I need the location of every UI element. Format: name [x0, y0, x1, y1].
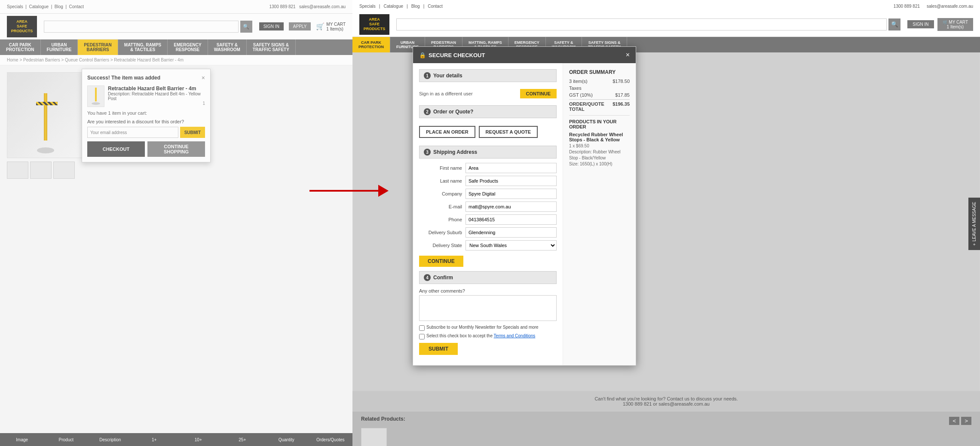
confirm-submit-button[interactable]: SUBMIT	[419, 343, 458, 355]
company-input[interactable]	[466, 189, 557, 199]
sign-in-row: Sign in as a different user CONTINUE	[419, 86, 557, 101]
product-item-name: Recycled Rubber Wheel Stops - Black & Ye…	[569, 132, 630, 142]
left-breadcrumb: Home > Pedestrian Barriers > Queue Contr…	[0, 55, 352, 65]
right-header-right: SIGN IN 🛒 MY CART1 Item(s)	[907, 18, 973, 31]
thumb-2[interactable]	[30, 162, 52, 179]
plus-icon: +	[972, 243, 977, 246]
left-header-right: SIGN IN APPLY 🛒 MY CART 1 Item(s)	[259, 22, 346, 31]
cart-popup-buttons: CHECKOUT CONTINUE SHOPPING	[87, 141, 205, 157]
order-summary-divider	[569, 115, 630, 116]
right-phone: 1300 889 821	[894, 4, 920, 9]
last-name-input[interactable]	[466, 176, 557, 186]
left-search-input[interactable]	[44, 21, 239, 33]
phone-row: Phone	[419, 214, 557, 225]
left-nav-signs[interactable]: SAFETY SIGNS &TRAFFIC SAFETY	[247, 40, 296, 55]
right-search-button[interactable]: 🔍	[888, 18, 900, 31]
right-nav-car-park[interactable]: CAR PARKPROTECTION	[352, 37, 390, 52]
left-nav-pedestrian[interactable]: PEDESTRIANBARRIERS	[78, 40, 118, 55]
thumb-3[interactable]	[53, 162, 75, 179]
table-col-quantity: Quantity	[264, 437, 309, 442]
request-quote-button[interactable]: REQUEST A QUOTE	[479, 126, 538, 138]
left-nav-urban[interactable]: URBANFURNITURE	[41, 40, 78, 55]
left-nav-safety[interactable]: SAFETY &WASHROOM	[208, 40, 247, 55]
right-topbar-contact: 1300 889 821 sales@areasafe.com.au	[894, 4, 973, 9]
left-product-main-image	[7, 72, 84, 158]
left-apply-button[interactable]: APPLY	[289, 22, 311, 31]
related-products-list	[361, 428, 971, 446]
right-signin-button[interactable]: SIGN IN	[907, 20, 934, 28]
related-next-button[interactable]: >	[961, 417, 971, 425]
leave-message-label: LEAVE A MESSAGE	[972, 202, 977, 241]
lock-icon: 🔒	[419, 52, 426, 58]
terms-row: Select this check box to accept the Term…	[419, 333, 557, 339]
related-products-bar: Related Products: < >	[352, 412, 980, 446]
cart-popup-title: Success! The item was added	[87, 75, 160, 81]
left-phone: 1300 889 821	[270, 4, 296, 9]
cart-popup-product: Retractable Hazard Belt Barrier - 4m Des…	[87, 86, 205, 107]
right-search-input[interactable]	[396, 18, 887, 31]
related-prev-button[interactable]: <	[949, 417, 959, 425]
terms-text: Select this check box to accept the Term…	[426, 333, 535, 338]
cant-find-contact: 1300 889 821 or sales@areasafe.com.au	[361, 401, 971, 406]
order-summary-gst-value: $17.85	[615, 92, 630, 98]
order-summary-total-label: ORDER/QUOTE TOTAL	[569, 101, 612, 112]
related-product-1[interactable]	[361, 428, 387, 446]
terms-link[interactable]: Terms and Conditions	[494, 333, 536, 338]
right-cart-button[interactable]: 🛒 MY CART1 Item(s)	[937, 18, 973, 31]
blog-link[interactable]: Blog	[55, 4, 63, 9]
checkout-modal-close-button[interactable]: ×	[626, 51, 630, 59]
left-nav-emergency[interactable]: EMERGENCYRESPONSE	[168, 40, 208, 55]
order-summary-items: 3 item(s) $178.50	[569, 79, 630, 84]
state-select[interactable]: New South Wales	[466, 240, 557, 250]
right-logo[interactable]: AREA SAFE PRODUCTS	[359, 14, 389, 35]
left-cart-items: 1 Item(s)	[326, 27, 346, 31]
your-details-title: Your details	[433, 73, 462, 79]
left-cart[interactable]: 🛒 MY CART 1 Item(s)	[316, 22, 346, 31]
shipping-continue-button[interactable]: CONTINUE	[419, 256, 463, 267]
right-topbar: Specials | Catalogue | Blog | Contact 13…	[352, 0, 980, 12]
last-name-row: Last name	[419, 176, 557, 186]
left-logo[interactable]: AREA SAFE PRODUCTS	[7, 16, 37, 37]
left-topbar: Specials | Catalogue | Blog | Contact 13…	[0, 0, 352, 14]
cart-popup-close-button[interactable]: ×	[202, 74, 205, 81]
right-specials-link[interactable]: Specials	[359, 4, 376, 9]
right-blog-link[interactable]: Blog	[411, 4, 420, 9]
phone-input[interactable]	[466, 214, 557, 225]
place-order-button[interactable]: PLACE AN ORDER	[419, 126, 475, 138]
right-catalogue-link[interactable]: Catalogue	[383, 4, 403, 9]
last-name-label: Last name	[419, 178, 462, 183]
checkout-modal-form: 1 Your details Sign in as a different us…	[413, 63, 563, 365]
catalogue-link[interactable]: Catalogue	[29, 4, 49, 9]
leave-message-button[interactable]: + LEAVE A MESSAGE	[968, 198, 980, 250]
first-name-label: First name	[419, 165, 462, 171]
confirm-section: 4 Confirm Any other comments? Subscribe …	[419, 271, 557, 355]
cart-popup-continue-button[interactable]: CONTINUE SHOPPING	[147, 141, 205, 157]
comments-textarea[interactable]	[419, 295, 557, 321]
newsletter-checkbox[interactable]	[419, 325, 425, 331]
left-search-button[interactable]: 🔍	[240, 21, 252, 33]
specials-link[interactable]: Specials	[7, 4, 23, 9]
cart-popup-checkout-button[interactable]: CHECKOUT	[87, 141, 145, 157]
left-nav-car-park[interactable]: CAR PARKPROTECTION	[0, 40, 41, 55]
left-signin-button[interactable]: SIGN IN	[259, 22, 284, 31]
order-summary-total-value: $196.35	[612, 101, 630, 112]
thumb-1[interactable]	[7, 162, 28, 179]
suburb-input[interactable]	[466, 227, 557, 238]
cart-popup-submit-button[interactable]: SUBMIT	[180, 127, 205, 138]
email-row: E-mail	[419, 202, 557, 212]
checkout-modal-body: 1 Your details Sign in as a different us…	[413, 63, 636, 365]
left-nav-matting[interactable]: MATTING, RAMPS& TACTILES	[118, 40, 168, 55]
your-details-continue-button[interactable]: CONTINUE	[520, 89, 557, 98]
first-name-input[interactable]	[466, 163, 557, 173]
terms-checkbox[interactable]	[419, 334, 425, 339]
your-details-header: 1 Your details	[419, 69, 557, 82]
table-col-description: Description	[88, 437, 132, 442]
right-contact-link[interactable]: Contact	[428, 4, 442, 9]
contact-link[interactable]: Contact	[69, 4, 84, 9]
email-input[interactable]	[466, 202, 557, 212]
leave-message-container: + LEAVE A MESSAGE	[968, 198, 980, 250]
cart-popup-email-input[interactable]	[87, 127, 178, 138]
company-row: Company	[419, 189, 557, 199]
left-nav: CAR PARKPROTECTION URBANFURNITURE PEDEST…	[0, 40, 352, 55]
suburb-row: Delivery Suburb	[419, 227, 557, 238]
